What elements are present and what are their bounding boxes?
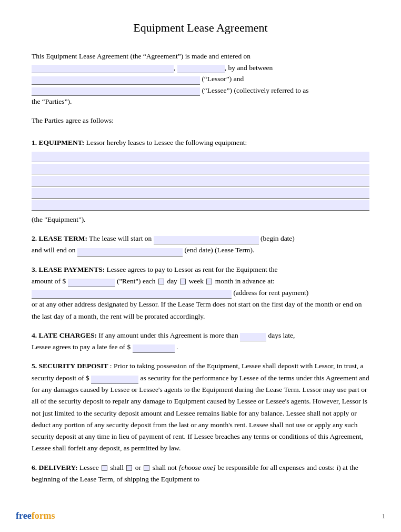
section-3-amount-label: amount of $ <box>32 277 68 285</box>
lessor-name-field[interactable] <box>32 76 200 85</box>
address-suffix: (address for rent payment) <box>233 289 308 297</box>
intro-paragraph: This Equipment Lease Agreement (the “Agr… <box>32 51 369 107</box>
equipment-line-2[interactable] <box>32 164 369 174</box>
section-3-extra: or at any other address designated by Le… <box>32 300 362 320</box>
section-4-number: 4. LATE CHARGES: <box>32 331 97 339</box>
equipment-lines <box>32 152 369 211</box>
section-1-number: 1. EQUIPMENT: <box>32 139 84 146</box>
agreement-date-field[interactable] <box>32 65 174 73</box>
lease-begin-date-field[interactable] <box>154 236 259 244</box>
equipment-line-3[interactable] <box>32 176 369 186</box>
week-label: week <box>189 277 206 285</box>
equipment-line-5[interactable] <box>32 200 369 211</box>
late-fee-field[interactable] <box>133 344 175 353</box>
shall-not-checkbox[interactable] <box>126 465 132 471</box>
month-checkbox[interactable] <box>206 279 212 284</box>
section-2-and-end: and will end on <box>32 246 77 254</box>
section-late-charges: 4. LATE CHARGES: If any amount under thi… <box>32 330 369 353</box>
section-3-rent-each: ("Rent") each <box>117 277 157 285</box>
section-lease-term: 2. LEASE TERM: The lease will start on (… <box>32 233 369 257</box>
section-3-number: 3. LEASE PAYMENTS: <box>32 265 105 273</box>
section-4-lessee: Lessee agrees to pay a late fee of $ <box>32 343 131 351</box>
section-2-mid: (begin date) <box>260 234 295 242</box>
section-2-number: 2. LEASE TERM: <box>32 234 87 242</box>
equipment-suffix: (the "Equipment"). <box>32 215 86 223</box>
section-1-text: Lessor hereby leases to Lessee the follo… <box>86 139 247 146</box>
section-4-text: If any amount under this Agreement is mo… <box>98 331 240 339</box>
choose-one-label: [choose one] <box>178 464 216 471</box>
intro-text-2: , by and between <box>225 64 273 72</box>
section-2-end: (end date) (Lease Term). <box>184 246 254 254</box>
section-equipment: 1. EQUIPMENT: Lessor hereby leases to Le… <box>32 137 369 226</box>
month-label: month in advance at: <box>215 277 275 285</box>
page: Equipment Lease Agreement This Equipment… <box>0 0 401 532</box>
intro-text-1: This Equipment Lease Agreement (the “Agr… <box>32 52 250 60</box>
shall-not-checkbox-2[interactable] <box>144 465 149 471</box>
section-5-number: 5. SECURITY DEPOSIT <box>32 362 108 370</box>
comma-space: , <box>174 64 177 72</box>
section-4-end: . <box>176 343 178 351</box>
brand-logo: freeforms <box>16 510 55 521</box>
late-days-field[interactable] <box>240 333 266 341</box>
section-security-deposit: 5. SECURITY DEPOSIT : Prior to taking po… <box>32 360 369 454</box>
section-2-text: The lease will start on <box>89 234 154 242</box>
rent-address-field[interactable] <box>32 290 232 299</box>
shall-checkbox[interactable] <box>102 465 107 471</box>
section-5-mid: as security for the performance by Lesse… <box>32 374 369 452</box>
equipment-line-4[interactable] <box>32 188 369 199</box>
page-number: 1 <box>382 512 386 520</box>
parties-agree-text: The Parties agree as follows: <box>32 115 369 126</box>
page-title: Equipment Lease Agreement <box>32 21 369 35</box>
rent-amount-field[interactable] <box>68 279 115 287</box>
equipment-line-1[interactable] <box>32 152 369 162</box>
section-6-text: Lessee <box>79 464 101 471</box>
brand-free: free <box>16 510 32 521</box>
section-delivery: 6. DELIVERY: Lessee shall or shall not [… <box>32 462 369 486</box>
section-4-mid: days late, <box>268 331 295 339</box>
lessee-name-field[interactable] <box>32 87 200 96</box>
section-3-text: Lessee agrees to pay to Lessor as rent f… <box>107 265 278 273</box>
security-deposit-field[interactable] <box>91 376 138 384</box>
parties-label: the “Parties”). <box>32 97 72 105</box>
section-lease-payments: 3. LEASE PAYMENTS: Lessee agrees to pay … <box>32 264 369 322</box>
shall-label: shall <box>110 464 125 471</box>
or-label: or <box>135 464 143 471</box>
lease-end-date-field[interactable] <box>77 248 183 257</box>
shall-not-label: shall not <box>153 464 179 471</box>
agreement-year-field[interactable] <box>177 65 225 73</box>
lessee-label: (“Lessee”) (collectively referred to as <box>202 86 308 94</box>
week-checkbox[interactable] <box>180 279 186 284</box>
day-label: day <box>167 277 179 285</box>
footer: freeforms 1 <box>0 510 401 521</box>
section-6-number: 6. DELIVERY: <box>32 464 78 471</box>
lessor-label: (“Lessor”) and <box>202 75 244 83</box>
day-checkbox[interactable] <box>158 279 164 284</box>
brand-forms: forms <box>32 510 55 521</box>
